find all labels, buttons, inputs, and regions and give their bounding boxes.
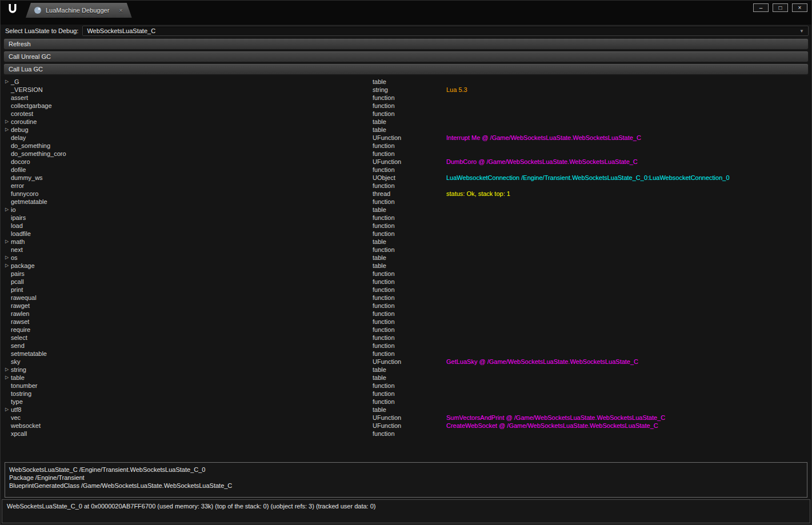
expander-icon[interactable]: ▷ (5, 206, 10, 214)
tree-row[interactable]: ▷ os table (1, 254, 811, 262)
window-controls: – □ × (753, 3, 807, 12)
variable-name: setmetatable (11, 350, 47, 358)
variable-name: send (11, 342, 25, 350)
luastate-dropdown[interactable]: WebSocketsLuaState_C ▼ (82, 26, 809, 36)
variable-name: ipairs (11, 214, 26, 222)
tree-row[interactable]: ▷ docoro UFunction DumbCoro @ /Game/WebS… (1, 158, 811, 166)
tree-row[interactable]: ▷ package table (1, 262, 811, 270)
variable-type: table (373, 406, 386, 414)
variable-type: table (373, 262, 386, 270)
expander-icon[interactable]: ▷ (5, 262, 10, 270)
tab-close-icon[interactable]: × (119, 7, 122, 14)
variable-type: function (373, 150, 395, 158)
refresh-button[interactable]: Refresh (3, 38, 809, 50)
tree-row[interactable]: ▷ getmetatable function (1, 198, 811, 206)
variable-type: function (373, 246, 395, 254)
tree-row[interactable]: ▷ do_something function (1, 142, 811, 150)
variable-type: table (373, 126, 386, 134)
tree-row[interactable]: ▷ table table (1, 374, 811, 382)
tab-luamachine-debugger[interactable]: LuaMachine Debugger × (26, 3, 132, 18)
variable-name: _VERSION (11, 86, 43, 94)
tree-row[interactable]: ▷ coroutine table (1, 118, 811, 126)
tree-row[interactable]: ▷ print function (1, 286, 811, 294)
variable-type: function (373, 222, 395, 230)
variable-type: UFunction (373, 422, 401, 430)
tree-row[interactable]: ▷ vec UFunction SumVectorsAndPrint @ /Ga… (1, 414, 811, 422)
variable-name: getmetatable (11, 198, 47, 206)
unreal-engine-logo-icon (6, 2, 19, 16)
tree-row[interactable]: ▷ websocket UFunction CreateWebSocket @ … (1, 422, 811, 430)
expander-icon[interactable]: ▷ (5, 118, 10, 126)
tree-row[interactable]: ▷ rawget function (1, 302, 811, 310)
tree-row[interactable]: ▷ setmetatable function (1, 350, 811, 358)
variable-type: function (373, 182, 395, 190)
tree-row[interactable]: ▷ tonumber function (1, 382, 811, 390)
tree-row[interactable]: ▷ debug table (1, 126, 811, 134)
tree-row[interactable]: ▷ _VERSION string Lua 5.3 (1, 86, 811, 94)
variable-type: string (373, 86, 388, 94)
tree-row[interactable]: ▷ xpcall function (1, 430, 811, 438)
tree-row[interactable]: ▷ funnycoro thread status: Ok, stack top… (1, 190, 811, 198)
luastate-select-row: Select LuaState to Debug: WebSocketsLuaS… (1, 25, 811, 37)
tree-row[interactable]: ▷ sky UFunction GetLuaSky @ /Game/WebSoc… (1, 358, 811, 366)
tree-row[interactable]: ▷ next function (1, 246, 811, 254)
variable-name: package (11, 262, 35, 270)
tree-row[interactable]: ▷ pairs function (1, 270, 811, 278)
tree-row[interactable]: ▷ io table (1, 206, 811, 214)
call-lua-gc-button[interactable]: Call Lua GC (3, 63, 809, 75)
minimize-button[interactable]: – (753, 3, 769, 12)
variable-name: xpcall (11, 430, 27, 438)
variable-name: print (11, 286, 23, 294)
tree-row[interactable]: ▷ corotest function (1, 110, 811, 118)
tree-row[interactable]: ▷ dummy_ws UObject LuaWebsocketConnectio… (1, 174, 811, 182)
tree-row[interactable]: ▷ send function (1, 342, 811, 350)
tree-row[interactable]: ▷ loadfile function (1, 230, 811, 238)
call-unreal-gc-button[interactable]: Call Unreal GC (3, 51, 809, 62)
tree-row[interactable]: ▷ require function (1, 326, 811, 334)
expander-icon[interactable]: ▷ (5, 366, 10, 374)
tree-row[interactable]: ▷ ipairs function (1, 214, 811, 222)
tree-row[interactable]: ▷ math table (1, 238, 811, 246)
expander-icon[interactable]: ▷ (5, 78, 10, 86)
tree-row[interactable]: ▷ rawset function (1, 318, 811, 326)
variable-name: rawget (11, 302, 30, 310)
tree-row[interactable]: ▷ delay UFunction Interrupt Me @ /Game/W… (1, 134, 811, 142)
tree-row[interactable]: ▷ utf8 table (1, 406, 811, 414)
variable-type: function (373, 166, 395, 174)
variable-type: function (373, 342, 395, 350)
variable-type: table (373, 238, 386, 246)
tree-row[interactable]: ▷ pcall function (1, 278, 811, 286)
variable-type: table (373, 118, 386, 126)
expander-icon[interactable]: ▷ (5, 374, 10, 382)
variable-type: function (373, 390, 395, 398)
variable-value: CreateWebSocket @ /Game/WebSocketsLuaSta… (446, 422, 658, 430)
tree-row[interactable]: ▷ do_something_coro function (1, 150, 811, 158)
expander-icon[interactable]: ▷ (5, 238, 10, 246)
tree-row[interactable]: ▷ dofile function (1, 166, 811, 174)
close-button[interactable]: × (792, 3, 807, 12)
tree-row[interactable]: ▷ error function (1, 182, 811, 190)
tree-row[interactable]: ▷ rawequal function (1, 294, 811, 302)
tree-row[interactable]: ▷ collectgarbage function (1, 102, 811, 110)
tree-row[interactable]: ▷ _G table (1, 78, 811, 86)
tree-row[interactable]: ▷ assert function (1, 94, 811, 102)
tree-row[interactable]: ▷ select function (1, 334, 811, 342)
tree-row[interactable]: ▷ rawlen function (1, 310, 811, 318)
variable-type: function (373, 310, 395, 318)
tree-row[interactable]: ▷ type function (1, 398, 811, 406)
expander-icon[interactable]: ▷ (5, 406, 10, 414)
variable-name: collectgarbage (11, 102, 52, 110)
variable-name: pairs (11, 270, 25, 278)
variable-type: function (373, 350, 395, 358)
tree-row[interactable]: ▷ load function (1, 222, 811, 230)
variable-name: sky (11, 358, 21, 366)
detail-line-package: Package /Engine/Transient (9, 474, 803, 482)
tree-row[interactable]: ▷ string table (1, 366, 811, 374)
tree-row[interactable]: ▷ tostring function (1, 390, 811, 398)
variable-type: function (373, 230, 395, 238)
expander-icon[interactable]: ▷ (5, 254, 10, 262)
variable-type: function (373, 102, 395, 110)
restore-button[interactable]: □ (773, 3, 788, 12)
expander-icon[interactable]: ▷ (5, 126, 10, 134)
variable-type: table (373, 254, 386, 262)
